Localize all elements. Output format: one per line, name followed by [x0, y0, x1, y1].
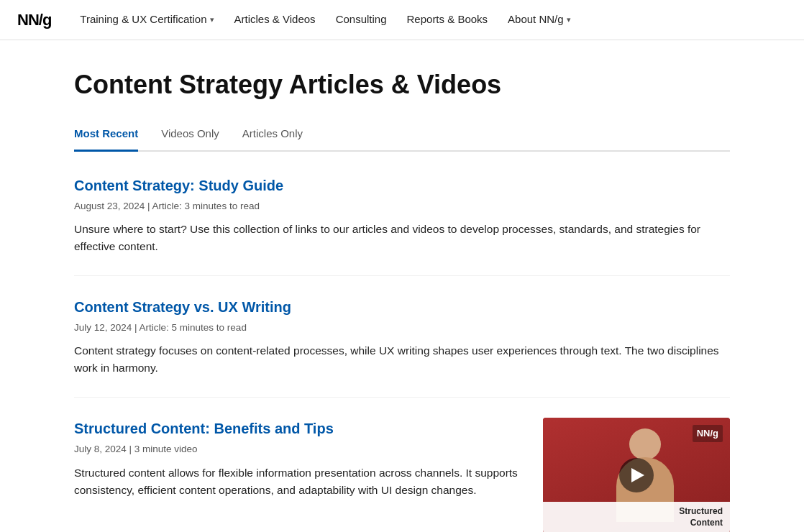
thumbnail-watermark: NN/g — [693, 425, 723, 442]
thumbnail-image: NN/gStructuredContent — [543, 418, 730, 532]
nav-item-4[interactable]: About NN/g▾ — [508, 12, 571, 28]
tab-articles-only[interactable]: Articles Only — [242, 126, 303, 152]
person-head — [629, 428, 661, 460]
tab-videos-only[interactable]: Videos Only — [161, 126, 219, 152]
play-icon — [631, 468, 644, 482]
tab-most-recent[interactable]: Most Recent — [74, 126, 138, 152]
article-meta: July 12, 2024 | Article: 5 minutes to re… — [74, 321, 730, 335]
content-tabs: Most RecentVideos OnlyArticles Only — [74, 126, 730, 152]
chevron-down-icon: ▾ — [210, 14, 214, 26]
site-logo[interactable]: NN/g — [17, 8, 51, 32]
site-header: NN/g Training & UX Certification▾Article… — [0, 0, 804, 40]
chevron-down-icon: ▾ — [567, 14, 571, 26]
article-title[interactable]: Content Strategy: Study Guide — [74, 175, 283, 196]
main-content: Content Strategy Articles & Videos Most … — [57, 40, 747, 532]
article-thumbnail[interactable]: NN/gStructuredContent — [543, 418, 730, 532]
article-item: Content Strategy vs. UX WritingJuly 12, … — [74, 276, 730, 398]
nav-item-3[interactable]: Reports & Books — [407, 12, 488, 28]
nav-item-2[interactable]: Consulting — [336, 12, 387, 28]
article-meta: July 8, 2024 | 3 minute video — [74, 442, 526, 457]
article-item: Content Strategy: Study GuideAugust 23, … — [74, 175, 730, 276]
nav-item-1[interactable]: Articles & Videos — [234, 12, 316, 28]
main-nav: Training & UX Certification▾Articles & V… — [80, 12, 787, 28]
article-content: Content Strategy: Study GuideAugust 23, … — [74, 175, 730, 255]
article-item: Structured Content: Benefits and TipsJul… — [74, 398, 730, 532]
article-description: Content strategy focuses on content-rela… — [74, 342, 730, 377]
article-content: Content Strategy vs. UX WritingJuly 12, … — [74, 296, 730, 377]
article-title[interactable]: Structured Content: Benefits and Tips — [74, 418, 334, 439]
article-meta: August 23, 2024 | Article: 3 minutes to … — [74, 199, 730, 214]
page-title: Content Strategy Articles & Videos — [74, 69, 730, 100]
article-title[interactable]: Content Strategy vs. UX Writing — [74, 296, 291, 318]
nav-item-0[interactable]: Training & UX Certification▾ — [80, 12, 214, 28]
article-description: Unsure where to start? Use this collecti… — [74, 221, 730, 255]
article-description: Structured content allows for flexible i… — [74, 464, 526, 499]
thumbnail-caption: StructuredContent — [543, 502, 730, 532]
article-list: Content Strategy: Study GuideAugust 23, … — [74, 175, 730, 532]
play-button[interactable] — [619, 458, 654, 492]
article-content: Structured Content: Benefits and TipsJul… — [74, 418, 526, 498]
